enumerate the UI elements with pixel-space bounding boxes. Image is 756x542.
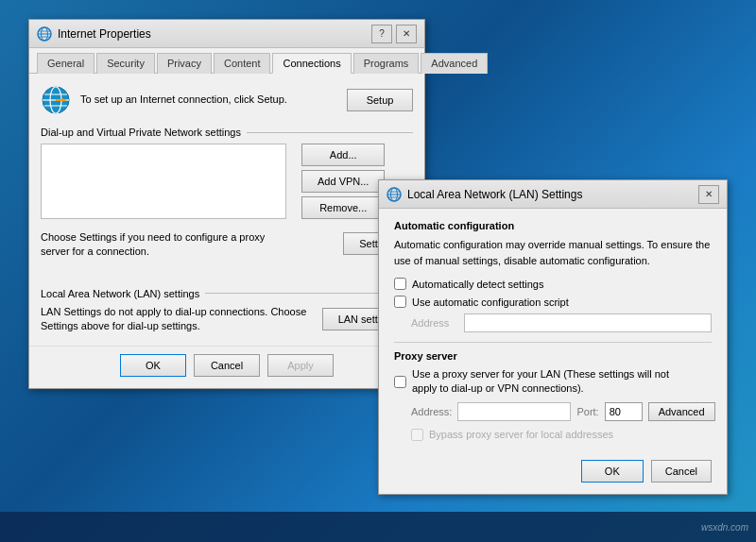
internet-icon <box>41 85 71 115</box>
internet-props-titlebar: Internet Properties ? ✕ <box>29 20 424 48</box>
help-button[interactable]: ? <box>371 25 392 43</box>
titlebar-left: Internet Properties <box>37 26 151 42</box>
tab-advanced[interactable]: Advanced <box>421 53 488 74</box>
lan-cancel-button[interactable]: Cancel <box>651 460 712 483</box>
proxy-addr-input[interactable] <box>457 402 571 421</box>
script-address-row: Address <box>411 313 712 332</box>
remove-button[interactable]: Remove... <box>301 196 385 219</box>
tab-general[interactable]: General <box>37 53 94 74</box>
setup-text: To set up an Internet connection, click … <box>80 93 337 107</box>
bypass-row: Bypass proxy server for local addresses <box>411 429 712 441</box>
lan-titlebar-left: Local Area Network (LAN) Settings <box>387 187 582 202</box>
auto-script-label: Use automatic configuration script <box>412 296 569 308</box>
globe-icon <box>37 26 52 42</box>
lan-dialog-title: Local Area Network (LAN) Settings <box>407 188 582 201</box>
tab-privacy[interactable]: Privacy <box>157 53 212 74</box>
divider <box>394 342 712 343</box>
tab-connections[interactable]: Connections <box>272 53 351 74</box>
cancel-button[interactable]: Cancel <box>194 354 260 377</box>
tab-content[interactable]: Content <box>214 53 271 74</box>
setup-row: To set up an Internet connection, click … <box>41 85 413 115</box>
auto-script-row: Use automatic configuration script <box>394 296 712 308</box>
lan-titlebar-controls: ✕ <box>698 185 719 204</box>
port-input[interactable] <box>605 402 643 421</box>
lan-text: LAN Settings do not apply to dial-up con… <box>41 305 315 334</box>
lan-close-button[interactable]: ✕ <box>698 185 719 204</box>
svg-rect-12 <box>56 99 61 101</box>
lan-row: LAN Settings do not apply to dial-up con… <box>41 305 413 334</box>
proxy-addr-label: Address: <box>411 406 452 417</box>
auto-detect-label: Automatically detect settings <box>412 279 543 290</box>
bypass-proxy-checkbox[interactable] <box>411 429 423 441</box>
auto-config-title: Automatic configuration <box>394 220 514 231</box>
internet-props-dialog: Internet Properties ? ✕ General Security… <box>28 19 425 389</box>
lan-ok-button[interactable]: OK <box>581 460 644 483</box>
add-vpn-button[interactable]: Add VPN... <box>301 170 385 193</box>
auto-script-checkbox[interactable] <box>394 296 406 308</box>
proxy-checkbox-row: Use a proxy server for your LAN (These s… <box>394 367 712 397</box>
internet-props-title: Internet Properties <box>58 27 151 41</box>
auto-config-desc: Automatic configuration may override man… <box>394 237 712 268</box>
use-proxy-checkbox[interactable] <box>394 376 406 388</box>
lan-dialog-footer: OK Cancel <box>379 452 727 494</box>
proxy-section-header: Proxy server <box>394 350 712 362</box>
ok-button[interactable]: OK <box>120 354 186 377</box>
connections-content: To set up an Internet connection, click … <box>29 74 424 346</box>
lan-globe-icon <box>387 187 402 202</box>
lan-section-header: Local Area Network (LAN) settings <box>41 288 413 299</box>
proxy-advanced-button[interactable]: Advanced <box>648 402 715 421</box>
bypass-proxy-label: Bypass proxy server for local addresses <box>429 429 613 440</box>
script-address-label: Address <box>411 317 458 329</box>
settings-note: Choose Settings if you need to configure… <box>41 230 286 260</box>
proxy-section-title: Proxy server <box>394 350 457 362</box>
dialup-buttons: Add... Add VPN... Remove... <box>301 144 385 223</box>
script-address-input[interactable] <box>464 313 712 332</box>
auto-config-header: Automatic configuration <box>394 220 712 231</box>
proxy-address-row: Address: Port: Advanced <box>411 402 712 421</box>
auto-detect-checkbox[interactable] <box>394 278 406 290</box>
lan-settings-dialog: Local Area Network (LAN) Settings ✕ Auto… <box>378 179 728 495</box>
port-label: Port: <box>576 406 598 417</box>
lan-titlebar: Local Area Network (LAN) Settings ✕ <box>379 180 727 209</box>
internet-props-footer: OK Cancel Apply <box>29 346 424 388</box>
lan-dialog-content: Automatic configuration Automatic config… <box>379 209 727 452</box>
tab-security[interactable]: Security <box>96 53 155 74</box>
add-button[interactable]: Add... <box>301 144 385 166</box>
close-button[interactable]: ✕ <box>396 25 417 43</box>
dialup-section-header: Dial-up and Virtual Private Network sett… <box>41 127 413 138</box>
taskbar: wsxdn.com <box>0 512 756 542</box>
dialup-row: Add... Add VPN... Remove... <box>41 144 413 223</box>
taskbar-watermark: wsxdn.com <box>701 522 748 533</box>
auto-detect-row: Automatically detect settings <box>394 278 712 290</box>
titlebar-controls: ? ✕ <box>371 25 417 43</box>
use-proxy-label: Use a proxy server for your LAN (These s… <box>412 367 696 397</box>
tab-programs[interactable]: Programs <box>353 53 420 74</box>
dialup-list[interactable] <box>41 144 286 219</box>
apply-button[interactable]: Apply <box>267 354 334 377</box>
setup-button[interactable]: Setup <box>347 89 413 111</box>
lan-section: Local Area Network (LAN) settings LAN Se… <box>41 288 413 334</box>
tab-bar: General Security Privacy Content Connect… <box>29 48 424 74</box>
